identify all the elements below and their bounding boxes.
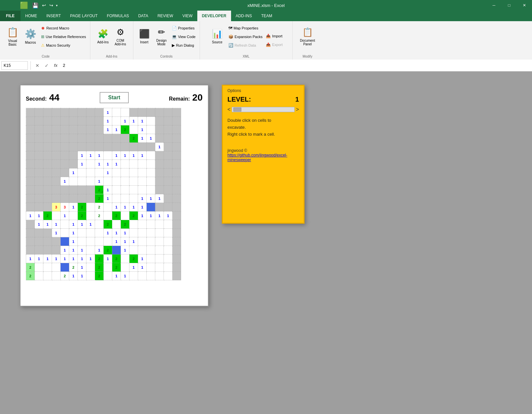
tab-page-layout[interactable]: PAGE LAYOUT: [66, 11, 102, 21]
mine-cell[interactable]: 1: [61, 177, 69, 186]
mine-cell[interactable]: [155, 117, 164, 125]
mine-cell[interactable]: 1: [112, 237, 121, 246]
mine-cell[interactable]: [52, 246, 61, 254]
mine-cell[interactable]: [26, 151, 35, 160]
mine-cell[interactable]: 1: [95, 246, 104, 254]
mine-cell[interactable]: [147, 151, 155, 160]
mine-cell[interactable]: [147, 125, 155, 134]
mine-cell[interactable]: 1: [147, 194, 155, 203]
mine-cell[interactable]: 1: [138, 125, 147, 134]
mine-cell[interactable]: 1: [86, 220, 95, 229]
mine-cell[interactable]: [112, 143, 121, 151]
mine-cell[interactable]: [129, 246, 138, 254]
mine-cell[interactable]: [78, 186, 86, 194]
mine-cell[interactable]: [112, 186, 121, 194]
mine-cell[interactable]: [43, 151, 52, 160]
mine-cell[interactable]: [78, 168, 86, 177]
mine-cell[interactable]: [155, 125, 164, 134]
mine-cell[interactable]: [121, 134, 129, 143]
mine-cell[interactable]: 1: [121, 151, 129, 160]
mine-cell[interactable]: 3: [61, 203, 69, 211]
mine-cell[interactable]: [26, 194, 35, 203]
mine-cell[interactable]: [69, 143, 78, 151]
mine-cell[interactable]: [35, 177, 43, 186]
mine-cell[interactable]: [95, 220, 104, 229]
mine-cell[interactable]: [69, 186, 78, 194]
mine-cell[interactable]: [35, 125, 43, 134]
mine-cell[interactable]: [78, 134, 86, 143]
mine-cell[interactable]: [138, 237, 147, 246]
mine-cell[interactable]: [86, 237, 95, 246]
mine-cell[interactable]: [35, 229, 43, 237]
mine-cell[interactable]: [147, 272, 155, 280]
mine-cell[interactable]: 1: [112, 272, 121, 280]
mine-cell[interactable]: [164, 125, 172, 134]
mine-cell[interactable]: [52, 117, 61, 125]
mine-cell[interactable]: [138, 229, 147, 237]
mine-cell[interactable]: [164, 263, 172, 272]
start-button[interactable]: Start: [100, 92, 129, 103]
mine-cell[interactable]: [129, 177, 138, 186]
mine-cell[interactable]: [172, 194, 181, 203]
confirm-formula-btn[interactable]: ✓: [43, 62, 51, 69]
mine-cell[interactable]: 1: [104, 160, 112, 168]
mine-cell[interactable]: 1: [95, 151, 104, 160]
mine-cell[interactable]: [86, 263, 95, 272]
cancel-formula-btn[interactable]: ✕: [33, 62, 41, 69]
mine-cell[interactable]: [155, 246, 164, 254]
mine-cell[interactable]: 1: [86, 254, 95, 263]
mine-cell[interactable]: [43, 125, 52, 134]
mine-cell[interactable]: [121, 254, 129, 263]
mine-cell[interactable]: [129, 229, 138, 237]
mine-cell[interactable]: [52, 237, 61, 246]
mine-cell[interactable]: [61, 125, 69, 134]
mine-cell[interactable]: [86, 160, 95, 168]
mine-cell[interactable]: [164, 254, 172, 263]
mine-cell[interactable]: [155, 108, 164, 117]
mine-cell[interactable]: 1: [121, 272, 129, 280]
mine-cell[interactable]: [138, 272, 147, 280]
mine-cell[interactable]: [26, 220, 35, 229]
mine-cell[interactable]: [35, 134, 43, 143]
mine-cell[interactable]: 1: [52, 220, 61, 229]
mine-cell[interactable]: [164, 237, 172, 246]
mine-cell[interactable]: [69, 134, 78, 143]
maximize-btn[interactable]: □: [502, 0, 517, 11]
mine-cell[interactable]: [95, 125, 104, 134]
mine-cell[interactable]: 2: [61, 272, 69, 280]
mine-cell[interactable]: 1: [43, 254, 52, 263]
mine-cell[interactable]: [121, 194, 129, 203]
mine-cell[interactable]: [43, 263, 52, 272]
map-properties-btn[interactable]: 🗺 Map Properties: [227, 24, 264, 32]
mine-cell[interactable]: 1: [155, 194, 164, 203]
mine-cell[interactable]: [86, 186, 95, 194]
tab-data[interactable]: DATA: [133, 11, 153, 21]
mine-cell[interactable]: [86, 125, 95, 134]
undo-qat-btn[interactable]: ↩: [41, 3, 47, 8]
mine-cell[interactable]: [86, 194, 95, 203]
mine-cell[interactable]: 1: [78, 254, 86, 263]
mine-cell[interactable]: [26, 160, 35, 168]
mine-cell[interactable]: 1: [138, 211, 147, 220]
mine-cell[interactable]: [78, 143, 86, 151]
add-ins-btn[interactable]: 🧩 Add-Ins: [95, 23, 111, 50]
mine-cell[interactable]: 2: [104, 246, 112, 254]
tab-insert[interactable]: INSERT: [42, 11, 66, 21]
mine-cell[interactable]: 2: [95, 194, 104, 203]
mine-cell[interactable]: [164, 272, 172, 280]
mine-cell[interactable]: 1: [104, 108, 112, 117]
mine-cell[interactable]: 1: [112, 151, 121, 160]
mine-cell[interactable]: [69, 125, 78, 134]
mine-cell[interactable]: [172, 117, 181, 125]
mine-cell[interactable]: 1: [35, 220, 43, 229]
mine-cell[interactable]: [86, 143, 95, 151]
mine-cell[interactable]: [78, 194, 86, 203]
mine-cell[interactable]: [52, 263, 61, 272]
mine-cell[interactable]: [52, 168, 61, 177]
mine-cell[interactable]: [78, 108, 86, 117]
mine-cell[interactable]: 1: [112, 203, 121, 211]
mine-cell[interactable]: 1: [121, 229, 129, 237]
mine-cell[interactable]: [129, 194, 138, 203]
mine-cell[interactable]: [61, 194, 69, 203]
mine-cell[interactable]: [26, 177, 35, 186]
